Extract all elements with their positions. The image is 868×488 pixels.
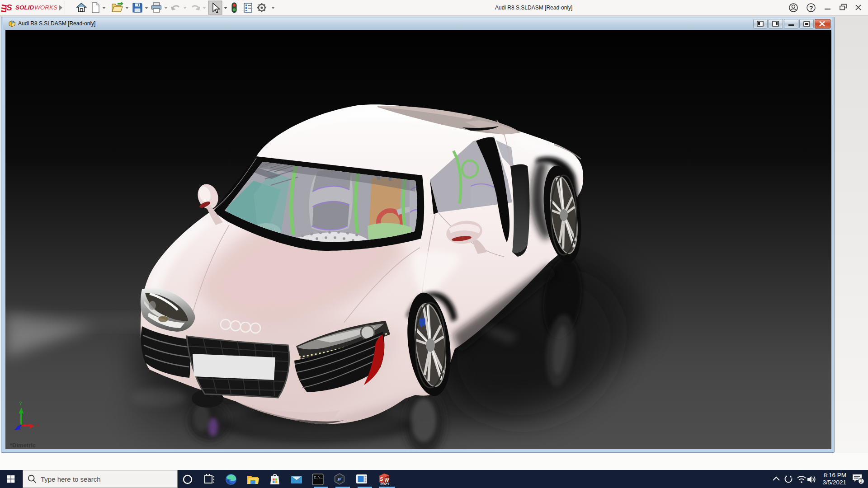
svg-text:WORKS: WORKS — [34, 4, 57, 11]
svg-text:*Dimetric: *Dimetric — [10, 442, 36, 449]
svg-text:S: S — [380, 476, 383, 482]
svg-text:?: ? — [809, 5, 813, 12]
svg-text:Y: Y — [19, 401, 23, 406]
svg-text:SOLID: SOLID — [15, 4, 34, 11]
svg-text:C:\_: C:\_ — [314, 475, 322, 479]
svg-text:S: S — [6, 3, 12, 12]
svg-text:3: 3 — [860, 479, 863, 484]
svg-text:2021: 2021 — [380, 482, 389, 486]
